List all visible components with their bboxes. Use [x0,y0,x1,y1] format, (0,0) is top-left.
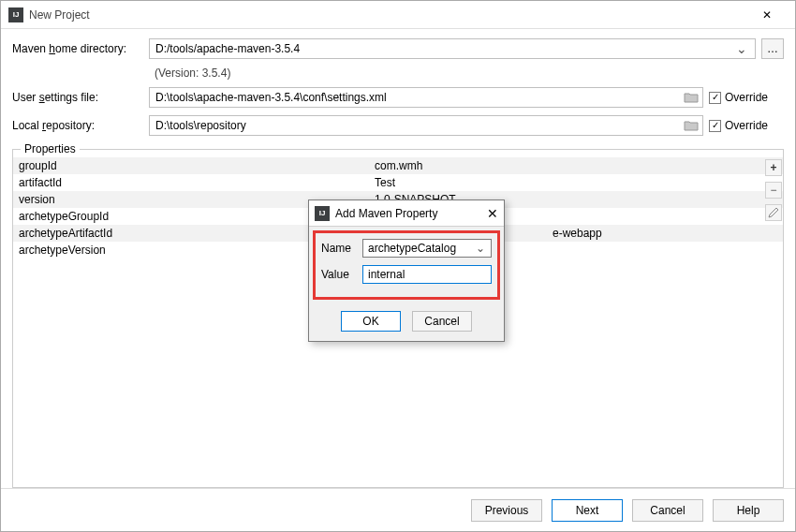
close-icon[interactable]: ✕ [745,2,788,28]
properties-side-buttons: + − [765,159,782,221]
property-name-input[interactable]: archetypeCatalog [362,239,492,258]
maven-home-label: Maven home directory: [12,42,143,55]
app-icon: IJ [8,7,23,22]
close-icon[interactable]: ✕ [487,206,498,221]
checkbox-icon: ✓ [709,92,721,104]
property-value-label: Value [321,268,357,281]
user-settings-value: D:\tools\apache-maven-3.5.4\conf\setting… [155,91,387,104]
dialog-cancel-button[interactable]: Cancel [412,311,472,332]
ok-button[interactable]: OK [341,311,401,332]
checkbox-label: Override [725,91,768,104]
app-icon: IJ [315,206,330,221]
maven-home-input[interactable]: D:/tools/apache-maven-3.5.4 [149,38,756,59]
user-settings-override-checkbox[interactable]: ✓ Override [709,91,784,104]
add-maven-property-dialog: IJ Add Maven Property ✕ Name archetypeCa… [308,200,505,342]
wizard-button-bar: Previous Next Cancel Help [1,488,795,531]
user-settings-input[interactable]: D:\tools\apache-maven-3.5.4\conf\setting… [149,87,703,108]
local-repo-value: D:\tools\repository [155,119,246,132]
local-repo-label: Local repository: [12,119,143,132]
window-title: New Project [29,8,90,22]
checkbox-label: Override [725,119,768,132]
user-settings-row: User settings file: D:\tools\apache-mave… [12,87,784,108]
dialog-titlebar: IJ Add Maven Property ✕ [309,200,504,227]
window-controls: ✕ [745,2,788,28]
cancel-button[interactable]: Cancel [632,499,703,522]
user-settings-label: User settings file: [12,91,143,104]
local-repo-input[interactable]: D:\tools\repository [149,115,703,136]
dialog-body: Name archetypeCatalog Value internal [313,230,500,300]
remove-property-button[interactable]: − [765,182,782,199]
local-repo-override-checkbox[interactable]: ✓ Override [709,119,784,132]
maven-home-value: D:/tools/apache-maven-3.5.4 [155,42,300,55]
property-value-input[interactable]: internal [362,265,492,284]
maven-version-note: (Version: 3.5.4) [12,66,784,80]
table-row[interactable]: artifactId Test [13,174,783,191]
dialog-title: Add Maven Property [335,207,437,220]
titlebar: IJ New Project ✕ [1,1,795,29]
table-row[interactable]: groupId com.wmh [13,157,783,174]
local-repo-row: Local repository: D:\tools\repository ✓ … [12,115,784,136]
property-name-row: Name archetypeCatalog [321,239,492,258]
edit-property-button[interactable] [765,204,782,221]
property-value-row: Value internal [321,265,492,284]
previous-button[interactable]: Previous [471,499,542,522]
dialog-footer: OK Cancel [309,303,504,341]
maven-home-row: Maven home directory: D:/tools/apache-ma… [12,38,784,59]
folder-icon[interactable] [684,119,699,132]
maven-home-browse-button[interactable]: … [761,38,784,59]
next-button[interactable]: Next [552,499,623,522]
add-property-button[interactable]: + [765,159,782,176]
properties-group-label: Properties [21,142,80,155]
checkbox-icon: ✓ [709,120,721,132]
property-name-label: Name [321,242,357,255]
folder-icon[interactable] [684,91,699,104]
help-button[interactable]: Help [713,499,784,522]
